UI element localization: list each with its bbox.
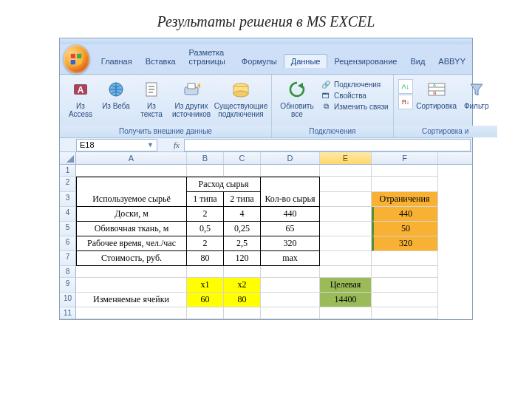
properties-button[interactable]: 🗔Свойства bbox=[321, 90, 389, 100]
from-other-button[interactable]: Из других источников bbox=[171, 78, 212, 118]
tab-review[interactable]: Рецензирование bbox=[327, 55, 403, 68]
rowhead-8[interactable]: 8 bbox=[60, 266, 76, 278]
cell-B7[interactable]: 80 bbox=[187, 251, 224, 266]
cell-E11[interactable] bbox=[320, 307, 372, 319]
rowhead-9[interactable]: 9 bbox=[60, 278, 76, 293]
cell-A8[interactable] bbox=[76, 266, 187, 278]
cell-D5[interactable]: 65 bbox=[261, 222, 320, 236]
cell-D7[interactable]: max bbox=[261, 251, 320, 266]
cell-E1[interactable] bbox=[320, 165, 372, 177]
cell-D10[interactable] bbox=[261, 293, 320, 307]
cell-B2C2[interactable]: Расход сырья bbox=[187, 177, 261, 192]
cell-D8[interactable] bbox=[261, 266, 320, 278]
cell-E3[interactable] bbox=[320, 192, 372, 207]
sort-button[interactable]: АЯ Сортировка bbox=[416, 78, 457, 110]
cell-F9[interactable] bbox=[372, 278, 438, 293]
cell-E9[interactable]: Целевая bbox=[320, 278, 372, 293]
rowhead-1[interactable]: 1 bbox=[60, 165, 76, 177]
cell-C5[interactable]: 0,25 bbox=[224, 222, 261, 236]
tab-abbyy[interactable]: ABBYY bbox=[432, 55, 472, 68]
rowhead-5[interactable]: 5 bbox=[60, 222, 76, 236]
cell-C3[interactable]: 2 типа bbox=[224, 192, 261, 207]
rowhead-4[interactable]: 4 bbox=[60, 207, 76, 222]
cell-D3[interactable]: Кол-во сырья bbox=[261, 192, 320, 207]
cell-D1[interactable] bbox=[261, 165, 320, 177]
rowhead-2[interactable]: 2 bbox=[60, 177, 76, 192]
cell-D4[interactable]: 440 bbox=[261, 207, 320, 222]
cell-F4[interactable]: 440 bbox=[372, 207, 438, 222]
formula-bar[interactable] bbox=[184, 139, 471, 151]
cell-A5[interactable]: Обивочная ткань, м bbox=[76, 222, 187, 236]
cell-B5[interactable]: 0,5 bbox=[187, 222, 224, 236]
cell-F1[interactable] bbox=[372, 165, 438, 177]
cell-E4[interactable] bbox=[320, 207, 372, 222]
filter-button[interactable]: Фильтр bbox=[460, 78, 493, 110]
from-access-button[interactable]: A Из Access bbox=[64, 78, 97, 118]
colhead-D[interactable]: D bbox=[261, 152, 320, 164]
cell-B8[interactable] bbox=[187, 266, 224, 278]
cell-C10[interactable]: 80 bbox=[224, 293, 261, 307]
cell-B4[interactable]: 2 bbox=[187, 207, 224, 222]
cell-F5[interactable]: 50 bbox=[372, 222, 438, 236]
sort-asc-button[interactable]: А↓ bbox=[398, 79, 413, 94]
from-text-button[interactable]: Из текста bbox=[135, 78, 168, 118]
tab-insert[interactable]: Вставка bbox=[139, 55, 183, 68]
refresh-all-button[interactable]: Обновить все bbox=[276, 78, 318, 118]
cell-E8[interactable] bbox=[320, 266, 372, 278]
colhead-B[interactable]: B bbox=[187, 152, 224, 164]
fx-label[interactable]: fx bbox=[174, 140, 180, 149]
cell-A9[interactable] bbox=[76, 278, 187, 293]
edit-links-button[interactable]: ⧉Изменить связи bbox=[321, 101, 389, 112]
cell-D11[interactable] bbox=[261, 307, 320, 319]
office-button[interactable] bbox=[63, 44, 90, 74]
cell-F10[interactable] bbox=[372, 293, 438, 307]
cell-C7[interactable]: 120 bbox=[224, 251, 261, 266]
rowhead-6[interactable]: 6 bbox=[60, 236, 76, 251]
cell-E10[interactable]: 14400 bbox=[320, 293, 372, 307]
cell-D9[interactable] bbox=[261, 278, 320, 293]
cell-F3[interactable]: Отраничения bbox=[372, 192, 438, 207]
cell-A7[interactable]: Стоимость, руб. bbox=[76, 251, 187, 266]
cell-A2[interactable] bbox=[76, 177, 187, 192]
cell-C1[interactable] bbox=[224, 165, 261, 177]
cell-A4[interactable]: Доски, м bbox=[76, 207, 187, 222]
sort-desc-button[interactable]: Я↓ bbox=[398, 95, 413, 109]
cell-D2[interactable] bbox=[261, 177, 320, 192]
name-box[interactable]: E18▼ bbox=[76, 139, 157, 151]
tab-view[interactable]: Вид bbox=[403, 55, 432, 68]
cell-F8[interactable] bbox=[372, 266, 438, 278]
cell-C8[interactable] bbox=[224, 266, 261, 278]
connections-button[interactable]: 🔗Подключения bbox=[321, 79, 389, 89]
cell-B6[interactable]: 2 bbox=[187, 236, 224, 251]
colhead-C[interactable]: C bbox=[224, 152, 261, 164]
select-all-corner[interactable] bbox=[60, 152, 76, 164]
cell-F7[interactable] bbox=[372, 251, 438, 266]
cell-F6[interactable]: 320 bbox=[372, 236, 438, 251]
cell-E6[interactable] bbox=[320, 236, 372, 251]
cell-F2[interactable] bbox=[372, 177, 438, 192]
tab-data[interactable]: Данные bbox=[284, 54, 328, 68]
cell-A10[interactable]: Изменяемые ячейки bbox=[76, 293, 187, 307]
colhead-F[interactable]: F bbox=[372, 152, 438, 164]
cell-A6[interactable]: Рабочее время, чел./час bbox=[76, 236, 187, 251]
cell-A3[interactable]: Используемое сырьё bbox=[76, 192, 187, 207]
cell-B9[interactable]: x1 bbox=[187, 278, 224, 293]
existing-conn-button[interactable]: Существующие подключения bbox=[215, 78, 267, 118]
cell-C4[interactable]: 4 bbox=[224, 207, 261, 222]
cell-E5[interactable] bbox=[320, 222, 372, 236]
rowhead-7[interactable]: 7 bbox=[60, 251, 76, 266]
rowhead-3[interactable]: 3 bbox=[60, 192, 76, 207]
tab-formulas[interactable]: Формулы bbox=[235, 55, 284, 68]
colhead-A[interactable]: A bbox=[76, 152, 187, 164]
worksheet-grid[interactable]: A B C D E F 1 2 Расход сырья bbox=[60, 152, 472, 319]
cell-B1[interactable] bbox=[187, 165, 224, 177]
cell-C9[interactable]: x2 bbox=[224, 278, 261, 293]
cell-E7[interactable] bbox=[320, 251, 372, 266]
colhead-E[interactable]: E bbox=[320, 152, 372, 164]
rowhead-11[interactable]: 11 bbox=[60, 307, 76, 319]
rowhead-10[interactable]: 10 bbox=[60, 293, 76, 307]
from-web-button[interactable]: Из Веба bbox=[100, 78, 132, 110]
cell-E2[interactable] bbox=[320, 177, 372, 192]
cell-C6[interactable]: 2,5 bbox=[224, 236, 261, 251]
cell-F11[interactable] bbox=[372, 307, 438, 319]
